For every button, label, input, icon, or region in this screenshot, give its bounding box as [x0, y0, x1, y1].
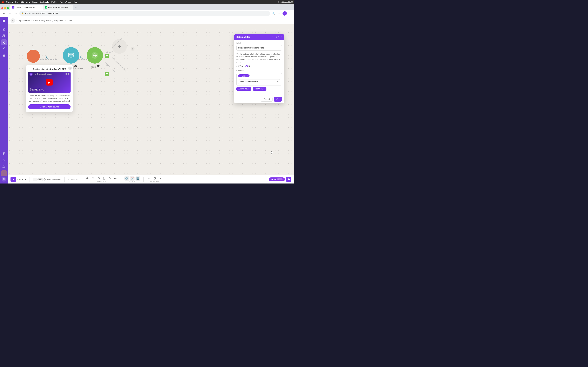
add-module-button[interactable]: + — [130, 47, 135, 51]
search-icon[interactable]: 🔍 — [271, 11, 276, 16]
popup-cta-button[interactable]: Go to AI video course — [28, 104, 70, 109]
radio-yes-dot[interactable] — [236, 65, 239, 67]
menu-view[interactable]: View — [26, 1, 30, 3]
breadcrumb: Integration Microsoft 365 Email (Outlook… — [17, 19, 73, 22]
sidebar-item-more[interactable] — [1, 59, 7, 65]
filter-panel-close-icon[interactable]: × — [281, 36, 282, 38]
help-panel-button[interactable] — [286, 177, 291, 182]
window-minimize[interactable] — [4, 7, 6, 9]
sidebar-item-help[interactable]: ? — [1, 170, 7, 176]
node-router-badge: 5 — [97, 65, 99, 67]
toggle-container[interactable]: OFF — [33, 178, 43, 181]
filter-panel-expand-icon[interactable]: ⛶ — [275, 36, 277, 38]
ai-button[interactable]: AI BETA — [269, 177, 285, 181]
comment-icon[interactable] — [96, 176, 101, 181]
apple-menu[interactable]: 🍎 — [1, 1, 4, 3]
condition-tag: 4. Exists × — [238, 74, 250, 77]
bookmark-icon[interactable]: ☆ — [277, 11, 282, 16]
filter-panel-dots-icon[interactable]: ⋮ — [271, 36, 273, 38]
svg-point-1 — [4, 41, 5, 42]
play-button[interactable]: ▶ — [46, 79, 53, 85]
sidebar-item-rocket[interactable] — [1, 157, 7, 163]
add-and-rule-button[interactable]: Add AND rule — [236, 87, 251, 91]
macos-bar: 🍎 Chrome File Edit View History Bookmark… — [0, 0, 294, 4]
ok-button[interactable]: OK — [274, 97, 282, 101]
filter-icon-2nd[interactable] — [105, 72, 109, 76]
sidebar-item-home[interactable] — [1, 26, 7, 32]
address-bar[interactable]: 🔒 eu2.make.com/687024/scenarios/add — [19, 11, 270, 16]
node-start[interactable] — [27, 50, 40, 63]
menu-history[interactable]: History — [32, 1, 38, 3]
svg-point-10 — [5, 62, 5, 62]
radio-yes[interactable]: Yes — [236, 65, 243, 67]
profile-avatar[interactable]: N — [283, 11, 287, 16]
tab-make-close[interactable]: × — [39, 6, 41, 8]
sidebar-item-globe[interactable] — [1, 52, 7, 58]
radio-no[interactable]: No — [245, 65, 251, 67]
menu-file[interactable]: File — [15, 1, 18, 3]
magic-icon[interactable] — [102, 176, 106, 181]
clock-icon — [43, 178, 46, 181]
nav-forward[interactable]: → — [8, 11, 12, 16]
popup-video[interactable]: M Seamless Integration: Ope... ☰ ⋮ ▶ Sea… — [28, 72, 70, 93]
label-field-label: Label — [236, 42, 282, 44]
sidebar-item-scenarios[interactable] — [1, 39, 7, 45]
label-field-input[interactable] — [236, 45, 282, 51]
cancel-button[interactable]: Cancel — [261, 97, 272, 101]
tab-make[interactable]: M Integration Microsoft 365 Em... × — [10, 5, 43, 10]
filter-panel-help-icon[interactable]: ? — [278, 36, 279, 38]
tool-2-icon[interactable]: ✂️ — [130, 176, 135, 181]
tab-blynk-close[interactable]: × — [69, 6, 71, 8]
sidebar-item-notifications[interactable] — [1, 164, 7, 170]
new-tab-button[interactable]: + — [74, 6, 78, 10]
window-close[interactable] — [1, 7, 3, 9]
menu-window[interactable]: Window — [65, 1, 71, 3]
menu-tab[interactable]: Tab — [60, 1, 63, 3]
tool-1-icon[interactable]: ⚙️ — [124, 176, 129, 181]
tab-blynk[interactable]: B Devices - Blynk.Console × — [43, 5, 73, 10]
settings-icon[interactable] — [91, 176, 95, 181]
toolbar-divider-4 — [143, 177, 144, 182]
tools-icons: ⚙️ ✂️ 1️⃣ — [124, 176, 140, 181]
save-icon[interactable] — [85, 176, 90, 181]
menu-help[interactable]: Help — [74, 1, 78, 3]
menu-profiles[interactable]: Profiles — [51, 1, 57, 3]
controls-label: CONTROLS — [97, 181, 106, 183]
run-play-icon — [10, 177, 16, 182]
scheduling-section: SCHEDULING — [68, 179, 78, 180]
more-toolbar-icon[interactable] — [113, 176, 118, 181]
condition-tag-close[interactable]: × — [247, 75, 248, 77]
route-text-delete: delete password in data store — [112, 57, 127, 72]
canvas[interactable]: 1st 2nd 🔧 🔧 — [8, 24, 294, 175]
sidebar-item-team[interactable] — [1, 33, 7, 39]
back-button[interactable] — [10, 18, 15, 23]
flow-icon[interactable] — [107, 176, 112, 181]
sidebar-logo[interactable] — [1, 18, 7, 24]
favorite-word-icon[interactable]: W — [147, 176, 151, 181]
condition-operator-select[interactable]: Basic operators: Exists — [238, 79, 280, 84]
run-once-button[interactable]: Run once — [10, 177, 26, 182]
favorite-db-icon[interactable] — [152, 176, 157, 181]
add-favorite-icon[interactable]: + — [158, 176, 163, 181]
more-options-icon[interactable]: ⋮ — [288, 11, 292, 16]
radio-no-dot[interactable] — [245, 65, 248, 67]
popup-title: Getting started with OpenAI GPT — [26, 65, 73, 72]
menu-bookmarks[interactable]: Bookmarks — [40, 1, 49, 3]
menu-edit[interactable]: Edit — [20, 1, 24, 3]
window-maximize[interactable] — [7, 7, 9, 9]
filter-icon-1st[interactable] — [105, 54, 109, 58]
nav-reload[interactable]: ↻ — [13, 11, 18, 16]
popup-close-button[interactable]: × — [68, 67, 72, 70]
toggle-off-label: OFF — [37, 178, 42, 180]
node-router[interactable]: Router 5 — [87, 47, 103, 68]
sidebar-item-docs[interactable] — [1, 151, 7, 157]
tool-3-icon[interactable]: 1️⃣ — [136, 176, 140, 181]
route-label-1st: 1st — [106, 51, 108, 53]
radio-no-label: No — [249, 65, 251, 67]
add-or-rule-button[interactable]: Add OR rule — [253, 87, 267, 91]
menu-chrome[interactable]: Chrome — [6, 1, 13, 3]
nav-back[interactable]: ← — [2, 11, 6, 16]
wrench-icon-1[interactable]: 🔧 — [45, 56, 49, 59]
sidebar-item-connections[interactable] — [1, 46, 7, 52]
sidebar-avatar[interactable]: N — [2, 177, 6, 182]
